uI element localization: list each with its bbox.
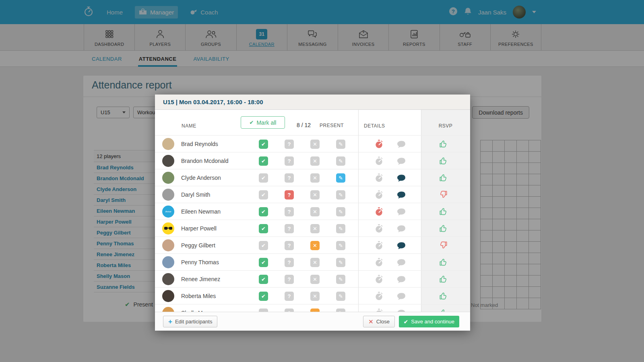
mark-present-button[interactable]: ✔ <box>259 241 268 250</box>
mark-note-button[interactable]: ✎ <box>336 275 345 284</box>
player-name: Roberta Miles <box>181 288 216 304</box>
mark-note-button[interactable]: ✎ <box>336 241 345 250</box>
mark-present-button[interactable]: ✔ <box>259 207 268 216</box>
comment-icon[interactable] <box>397 140 406 150</box>
close-label: Close <box>376 319 390 325</box>
check-icon: ✔ <box>404 319 409 325</box>
avatar <box>162 155 174 167</box>
player-name: Shelly Mason <box>181 304 215 312</box>
mark-absent-button[interactable]: ✕ <box>310 309 320 312</box>
comment-icon[interactable] <box>397 174 406 184</box>
mark-present-button[interactable]: ✔ <box>259 309 268 312</box>
time-details-icon[interactable] <box>375 190 383 201</box>
player-row: Peggy Gilbert✔?✕✎ <box>155 237 470 253</box>
mark-absent-button[interactable]: ✕ <box>310 156 320 166</box>
mark-absent-button[interactable]: ✕ <box>310 190 320 200</box>
player-row: Brandon Mcdonald✔?✕✎ <box>155 152 470 169</box>
comment-icon[interactable] <box>397 208 406 218</box>
player-name: Peggy Gilbert <box>181 237 215 254</box>
comment-icon[interactable] <box>397 292 406 302</box>
time-details-icon[interactable] <box>375 156 383 167</box>
mark-unknown-button[interactable]: ? <box>285 224 294 233</box>
mark-unknown-button[interactable]: ? <box>285 309 294 312</box>
mark-note-button[interactable]: ✎ <box>336 309 345 312</box>
mark-absent-button[interactable]: ✕ <box>310 173 320 183</box>
comment-icon[interactable] <box>397 259 406 268</box>
avatar <box>162 239 174 251</box>
mark-unknown-button[interactable]: ? <box>285 258 294 267</box>
avatar <box>162 222 174 234</box>
mark-absent-button[interactable]: ✕ <box>310 241 320 250</box>
mark-unknown-button[interactable]: ? <box>285 292 294 301</box>
present-count: 8 / 12 <box>297 122 311 128</box>
mark-unknown-button[interactable]: ? <box>285 173 294 183</box>
player-name: Brad Reynolds <box>181 136 218 152</box>
player-name: Brandon Mcdonald <box>181 152 229 169</box>
time-details-icon[interactable] <box>375 173 383 184</box>
mark-present-button[interactable]: ✔ <box>259 190 268 200</box>
comment-icon[interactable] <box>397 225 406 234</box>
mark-note-button[interactable]: ✎ <box>336 173 345 183</box>
time-details-icon[interactable] <box>375 309 383 312</box>
mark-note-button[interactable]: ✎ <box>336 224 345 233</box>
rsvp-thumb-up-icon <box>439 173 448 183</box>
attendance-modal: U15 | Mon 03.04.2017, 16:00 - 18:00 NAME… <box>155 95 470 331</box>
time-details-icon[interactable] <box>375 140 383 150</box>
time-details-icon[interactable] <box>375 241 383 252</box>
mark-all-button[interactable]: ✔ Mark all <box>241 116 285 129</box>
time-details-icon[interactable] <box>375 224 383 235</box>
mark-unknown-button[interactable]: ? <box>285 190 294 200</box>
mark-note-button[interactable]: ✎ <box>336 156 345 166</box>
mark-absent-button[interactable]: ✕ <box>310 140 320 149</box>
avatar <box>162 172 174 184</box>
mark-present-button[interactable]: ✔ <box>259 173 268 183</box>
edit-participants-button[interactable]: + Edit participants <box>163 316 217 327</box>
mark-absent-button[interactable]: ✕ <box>310 207 320 216</box>
mark-unknown-button[interactable]: ? <box>285 140 294 149</box>
time-details-icon[interactable] <box>375 258 383 269</box>
mark-present-button[interactable]: ✔ <box>259 156 268 166</box>
player-row: thriveEileen Newman✔?✕✎ <box>155 203 470 220</box>
player-row: Shelly Mason✔?✕✎ <box>155 304 470 312</box>
save-and-continue-button[interactable]: ✔ Save and continue <box>399 316 459 327</box>
mark-note-button[interactable]: ✎ <box>336 190 345 200</box>
player-row: Clyde Anderson✔?✕✎ <box>155 169 470 186</box>
mark-note-button[interactable]: ✎ <box>336 207 345 216</box>
avatar <box>162 189 174 201</box>
mark-present-button[interactable]: ✔ <box>259 292 268 301</box>
close-button[interactable]: ✕ Close <box>363 316 395 327</box>
comment-icon[interactable] <box>397 157 406 167</box>
mark-note-button[interactable]: ✎ <box>336 292 345 301</box>
comment-icon[interactable] <box>397 242 406 251</box>
modal-footer: + Edit participants ✕ Close ✔ Save and c… <box>155 312 470 331</box>
rsvp-thumb-up-icon <box>439 140 448 150</box>
rsvp-thumb-up-icon <box>439 207 448 217</box>
comment-icon[interactable] <box>397 276 406 285</box>
mark-note-button[interactable]: ✎ <box>336 140 345 149</box>
mark-absent-button[interactable]: ✕ <box>310 292 320 301</box>
player-row: Brad Reynolds✔?✕✎ <box>155 135 470 152</box>
mark-absent-button[interactable]: ✕ <box>310 258 320 267</box>
mark-absent-button[interactable]: ✕ <box>310 275 320 284</box>
time-details-icon[interactable] <box>375 207 383 218</box>
time-details-icon[interactable] <box>375 275 383 286</box>
avatar <box>162 307 174 312</box>
mark-all-label: Mark all <box>256 119 276 126</box>
modal-table-header: NAME ✔ Mark all 8 / 12 PRESENT DETAILS R… <box>155 110 470 135</box>
player-row: Harper Powell✔?✕✎ <box>155 220 470 237</box>
mark-note-button[interactable]: ✎ <box>336 258 345 267</box>
rsvp-thumb-up-icon <box>439 156 448 167</box>
mark-unknown-button[interactable]: ? <box>285 207 294 216</box>
mark-present-button[interactable]: ✔ <box>259 140 268 149</box>
mark-absent-button[interactable]: ✕ <box>310 224 320 233</box>
mark-present-button[interactable]: ✔ <box>259 224 268 233</box>
player-row: Penny Thomas✔?✕✎ <box>155 253 470 270</box>
mark-unknown-button[interactable]: ? <box>285 275 294 284</box>
edit-participants-label: Edit participants <box>175 319 213 325</box>
mark-present-button[interactable]: ✔ <box>259 258 268 267</box>
mark-unknown-button[interactable]: ? <box>285 241 294 250</box>
comment-icon[interactable] <box>397 191 406 201</box>
time-details-icon[interactable] <box>375 292 383 302</box>
mark-present-button[interactable]: ✔ <box>259 275 268 284</box>
mark-unknown-button[interactable]: ? <box>285 156 294 166</box>
